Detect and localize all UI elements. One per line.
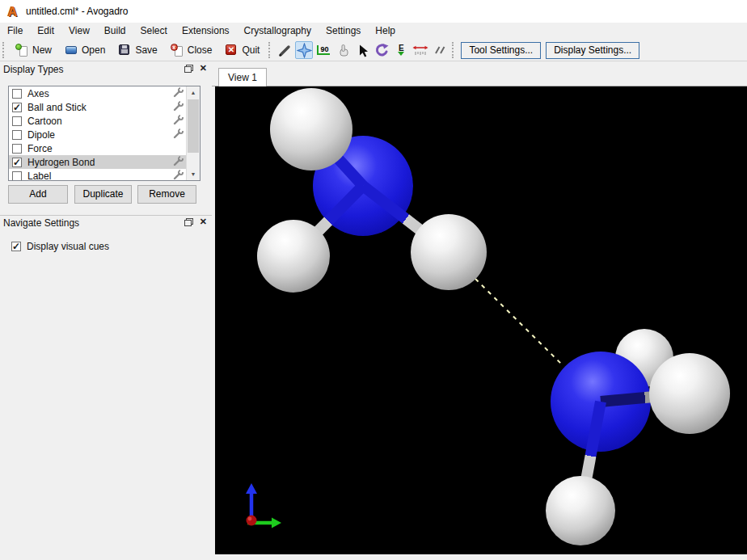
- toolbar-drag-handle[interactable]: [2, 42, 6, 58]
- axis-indicator: [231, 481, 289, 533]
- display-visual-cues-checkbox[interactable]: [11, 242, 21, 251]
- open-file-icon: [65, 44, 78, 57]
- view-tab-bar: View 1: [212, 62, 747, 86]
- pencil-icon: [278, 44, 292, 57]
- list-scrollbar[interactable]: ▲ ▼: [186, 86, 200, 180]
- bond-centric-tool-button[interactable]: 90: [314, 41, 332, 59]
- new-button[interactable]: New: [9, 40, 58, 60]
- wrench-settings-icon[interactable]: [173, 101, 184, 114]
- tab-view-1[interactable]: View 1: [218, 68, 267, 86]
- duplicate-button[interactable]: Duplicate: [74, 185, 132, 204]
- display-type-label: Dipole: [27, 129, 55, 141]
- menu-view[interactable]: View: [61, 23, 97, 40]
- display-type-label: Label: [27, 171, 51, 182]
- display-type-label: Axes: [27, 88, 49, 99]
- close-button-label: Close: [188, 44, 213, 56]
- menu-build[interactable]: Build: [97, 23, 133, 40]
- align-tool-button[interactable]: [431, 41, 449, 59]
- float-panel-icon[interactable]: [184, 218, 193, 226]
- wrench-settings-icon[interactable]: [173, 156, 184, 169]
- checkbox-label[interactable]: [12, 171, 22, 181]
- wrench-settings-icon[interactable]: [173, 170, 184, 181]
- hand-icon: [336, 44, 350, 57]
- navigate-settings-panel: Navigate Settings ✕ Display visual cues: [0, 215, 212, 252]
- navigate-settings-title: Navigate Settings: [3, 217, 79, 229]
- atom-h2[interactable]: [257, 220, 330, 293]
- auto-rotate-tool-button[interactable]: [373, 41, 390, 59]
- wrench-settings-icon[interactable]: [173, 115, 184, 128]
- checkbox-force[interactable]: [12, 144, 22, 154]
- optimize-energy-icon: E: [398, 45, 404, 56]
- close-file-icon: x: [171, 44, 184, 57]
- display-type-row-force[interactable]: Force: [9, 141, 186, 155]
- navigate-settings-header[interactable]: Navigate Settings ✕: [0, 216, 212, 232]
- display-type-row-axes[interactable]: Axes: [9, 86, 186, 100]
- display-type-row-ball-and-stick[interactable]: Ball and Stick: [9, 100, 186, 114]
- add-button[interactable]: Add: [8, 185, 68, 204]
- display-types-title: Display Types: [3, 64, 63, 75]
- remove-button[interactable]: Remove: [137, 185, 196, 204]
- avogadro-logo-icon: A: [6, 5, 19, 19]
- scroll-up-icon[interactable]: ▲: [187, 86, 200, 99]
- display-settings-button[interactable]: Display Settings...: [546, 42, 639, 59]
- close-panel-icon[interactable]: ✕: [200, 217, 207, 226]
- wrench-settings-icon[interactable]: [173, 87, 184, 100]
- menu-extensions[interactable]: Extensions: [175, 23, 237, 40]
- navigate-tool-button[interactable]: [295, 41, 313, 59]
- atom-h5[interactable]: [649, 353, 730, 434]
- viewport-3d[interactable]: [215, 86, 747, 554]
- display-type-row-label[interactable]: Label: [9, 169, 186, 181]
- new-button-label: New: [32, 44, 52, 56]
- atom-h6[interactable]: [546, 476, 615, 545]
- display-types-list: Axes Ball and Stick Cartoon Dipole: [8, 86, 200, 181]
- selection-tool-button[interactable]: [353, 41, 371, 59]
- auto-optimize-tool-button[interactable]: E: [392, 41, 410, 59]
- window-title: untitled.cml* - Avogadro: [26, 6, 129, 17]
- quit-icon: ✕: [225, 44, 238, 57]
- bond-angle-90-icon: 90: [317, 45, 330, 55]
- measure-tool-button[interactable]: [411, 41, 429, 59]
- main-toolbar: New Open Save x Close ✕ Quit: [0, 40, 747, 61]
- menu-file[interactable]: File: [0, 23, 30, 40]
- display-type-label: Force: [27, 143, 53, 154]
- checkbox-hydrogen-bond[interactable]: [12, 158, 22, 167]
- menu-help[interactable]: Help: [368, 23, 403, 40]
- toolbar-drag-handle[interactable]: [452, 42, 456, 58]
- open-button-label: Open: [82, 44, 105, 56]
- scroll-down-icon[interactable]: ▼: [187, 168, 200, 180]
- menu-edit[interactable]: Edit: [30, 23, 61, 40]
- main-view-area: View 1: [212, 62, 747, 560]
- draw-tool-button[interactable]: [276, 41, 293, 59]
- display-type-row-cartoon[interactable]: Cartoon: [9, 114, 186, 128]
- close-button[interactable]: x Close: [164, 40, 219, 60]
- wrench-settings-icon[interactable]: [173, 128, 184, 141]
- save-button[interactable]: Save: [112, 40, 163, 60]
- menu-crystallography[interactable]: Crystallography: [237, 23, 319, 40]
- display-visual-cues-label: Display visual cues: [27, 241, 109, 252]
- menu-bar: File Edit View Build Select Extensions C…: [0, 23, 747, 40]
- checkbox-dipole[interactable]: [12, 130, 22, 140]
- scrollbar-thumb[interactable]: [188, 99, 199, 153]
- quit-button[interactable]: ✕ Quit: [218, 40, 266, 60]
- display-type-row-dipole[interactable]: Dipole: [9, 128, 186, 141]
- save-floppy-icon: [118, 44, 131, 57]
- toolbar-drag-handle[interactable]: [268, 42, 272, 58]
- open-button[interactable]: Open: [58, 40, 112, 60]
- display-type-label: Hydrogen Bond: [27, 157, 95, 168]
- rotate-arrow-icon: [374, 43, 389, 57]
- manipulate-tool-button[interactable]: [334, 41, 352, 59]
- avogadro-window: A untitled.cml* - Avogadro File Edit Vie…: [0, 0, 747, 560]
- display-type-row-hydrogen-bond[interactable]: Hydrogen Bond: [9, 155, 186, 169]
- checkbox-axes[interactable]: [12, 89, 22, 99]
- display-types-header[interactable]: Display Types ✕: [0, 62, 212, 78]
- close-panel-icon[interactable]: ✕: [200, 64, 207, 73]
- menu-settings[interactable]: Settings: [319, 23, 368, 40]
- float-panel-icon[interactable]: [184, 65, 193, 73]
- tool-settings-button[interactable]: Tool Settings...: [461, 42, 541, 59]
- measure-ruler-icon: [412, 44, 428, 57]
- checkbox-ball-and-stick[interactable]: [12, 103, 22, 112]
- checkbox-cartoon[interactable]: [12, 116, 22, 126]
- atom-h1[interactable]: [270, 88, 352, 171]
- atom-h3[interactable]: [411, 214, 487, 290]
- menu-select[interactable]: Select: [133, 23, 175, 40]
